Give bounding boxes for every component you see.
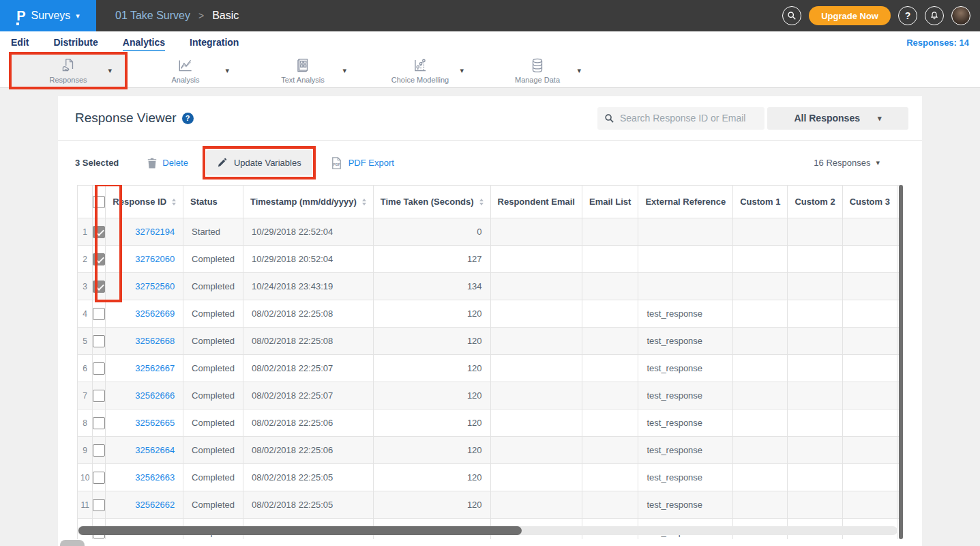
- respondent-email-cell: [490, 300, 582, 328]
- column-header-label: Respondent Email: [498, 197, 575, 207]
- responses-count[interactable]: Responses: 14: [906, 38, 969, 48]
- row-checkbox[interactable]: [93, 362, 105, 375]
- row-checkbox-cell: [93, 437, 106, 464]
- response-id-cell: 32562662: [106, 491, 183, 519]
- response-id-link[interactable]: 32562667: [135, 363, 175, 373]
- row-checkbox[interactable]: [93, 444, 105, 457]
- email-list-cell: [582, 300, 638, 328]
- select-all-header: [93, 186, 106, 218]
- custom2-cell: [788, 246, 842, 273]
- topbar: P Surveys ▾ 01 Take Survey > Basic Upgra…: [0, 0, 980, 31]
- response-id-cell: 32562665: [106, 410, 183, 437]
- response-id-link[interactable]: 32562666: [135, 390, 175, 401]
- tab-analytics[interactable]: Analytics: [123, 34, 165, 51]
- pdf-export-button[interactable]: PDF PDF Export: [330, 156, 394, 170]
- sort-icon[interactable]: [479, 199, 484, 205]
- search-icon[interactable]: [782, 6, 801, 25]
- response-id-link[interactable]: 32562669: [135, 308, 175, 319]
- column-header[interactable]: Timestamp (mm/dd/yyyy): [243, 186, 373, 218]
- row-checkbox[interactable]: [93, 335, 105, 347]
- select-all-checkbox[interactable]: [93, 196, 105, 208]
- row-checkbox[interactable]: [93, 281, 105, 293]
- custom2-cell: [788, 437, 842, 464]
- notifications-bell-icon[interactable]: [925, 6, 944, 25]
- chevron-down-icon[interactable]: ▾: [108, 66, 112, 75]
- response-search-box: [597, 107, 764, 130]
- response-id-link[interactable]: 32752560: [135, 281, 175, 291]
- tab-edit[interactable]: Edit: [11, 34, 29, 51]
- title-help-icon[interactable]: ?: [182, 113, 194, 124]
- status-cell: Completed: [183, 300, 243, 328]
- trash-icon: [147, 158, 157, 169]
- row-checkbox-cell: [93, 218, 106, 246]
- toolbar-item-analysis[interactable]: Analysis ▾: [127, 53, 244, 87]
- user-avatar[interactable]: [951, 6, 970, 25]
- help-icon[interactable]: ?: [898, 6, 917, 25]
- time-taken-cell: 120: [373, 410, 490, 437]
- timestamp-cell: 08/02/2018 22:25:06: [243, 437, 373, 464]
- toolbar-item-text-analysis[interactable]: Text Analysis ▾: [244, 53, 361, 87]
- horizontal-scrollbar-track[interactable]: [77, 526, 897, 535]
- responses-page-size-dropdown[interactable]: 16 Responses ▾: [814, 158, 880, 168]
- pdf-file-icon: PDF: [330, 156, 343, 170]
- responses-icon: [59, 57, 77, 74]
- chevron-down-icon[interactable]: ▾: [342, 66, 346, 75]
- column-header[interactable]: Time Taken (Seconds): [373, 186, 490, 218]
- toolbar-item-choice-modelling[interactable]: Choice Modelling ▾: [361, 53, 479, 87]
- response-id-link[interactable]: 32562664: [135, 445, 175, 455]
- response-filter-dropdown[interactable]: All Responses ▾: [767, 107, 908, 130]
- update-variables-button[interactable]: Update Variables: [206, 150, 312, 175]
- sort-icon[interactable]: [362, 199, 366, 205]
- brand-logo-icon: P: [16, 9, 25, 23]
- row-checkbox-cell: [93, 410, 106, 437]
- sort-icon[interactable]: [172, 199, 176, 205]
- tab-distribute[interactable]: Distribute: [53, 34, 98, 51]
- response-id-link[interactable]: 32562663: [135, 472, 175, 483]
- card-header: Response Viewer ? All Responses ▾: [58, 96, 922, 140]
- response-id-link[interactable]: 32562668: [135, 336, 175, 346]
- horizontal-scrollbar-thumb[interactable]: [78, 526, 522, 535]
- column-header[interactable]: Response ID: [106, 186, 183, 218]
- row-checkbox[interactable]: [93, 499, 105, 511]
- row-checkbox[interactable]: [93, 417, 105, 429]
- time-taken-cell: 134: [373, 273, 490, 300]
- row-number-cell: 4: [78, 300, 93, 328]
- row-checkbox-cell: [93, 355, 106, 382]
- table-row: 932562664Completed08/02/2018 22:25:06120…: [78, 437, 904, 464]
- row-checkbox[interactable]: [93, 390, 105, 402]
- row-checkbox[interactable]: [93, 308, 105, 320]
- column-header-label: Time Taken (Seconds): [381, 197, 474, 207]
- chevron-down-icon: ▾: [878, 115, 882, 122]
- chevron-down-icon[interactable]: ▾: [225, 66, 229, 75]
- toolbar-item-manage-data[interactable]: Manage Data ▾: [479, 53, 596, 87]
- custom3-cell: [842, 218, 897, 246]
- chat-widget[interactable]: [60, 540, 85, 546]
- delete-button[interactable]: Delete: [147, 158, 188, 169]
- surveys-menu[interactable]: P Surveys ▾: [0, 0, 96, 31]
- status-cell: Completed: [183, 437, 243, 464]
- response-id-link[interactable]: 32562665: [135, 418, 175, 428]
- custom3-cell: [842, 464, 897, 491]
- timestamp-cell: 10/29/2018 22:52:04: [243, 218, 373, 246]
- row-checkbox[interactable]: [93, 472, 105, 484]
- respondent-email-cell: [490, 491, 582, 519]
- response-id-link[interactable]: 32562662: [135, 500, 175, 510]
- response-id-link[interactable]: 32762194: [135, 227, 175, 237]
- custom3-cell: [842, 382, 897, 410]
- vertical-scrollbar[interactable]: [899, 185, 903, 539]
- row-checkbox[interactable]: [93, 253, 105, 265]
- toolbar-item-responses[interactable]: Responses ▾: [10, 53, 127, 87]
- upgrade-now-button[interactable]: Upgrade Now: [809, 6, 891, 25]
- column-header: Custom 3: [842, 186, 897, 218]
- external-reference-cell: test_response: [638, 437, 733, 464]
- response-id-cell: 32562663: [106, 464, 183, 491]
- tab-integration[interactable]: Integration: [190, 34, 239, 51]
- row-checkbox[interactable]: [93, 226, 105, 238]
- status-cell: Completed: [183, 382, 243, 410]
- custom3-cell: [842, 246, 897, 273]
- response-id-link[interactable]: 32762060: [135, 254, 175, 264]
- response-search-input[interactable]: [620, 113, 758, 124]
- chevron-down-icon[interactable]: ▾: [460, 66, 464, 75]
- chevron-down-icon[interactable]: ▾: [577, 66, 581, 75]
- breadcrumb-survey-title[interactable]: 01 Take Survey: [115, 10, 190, 22]
